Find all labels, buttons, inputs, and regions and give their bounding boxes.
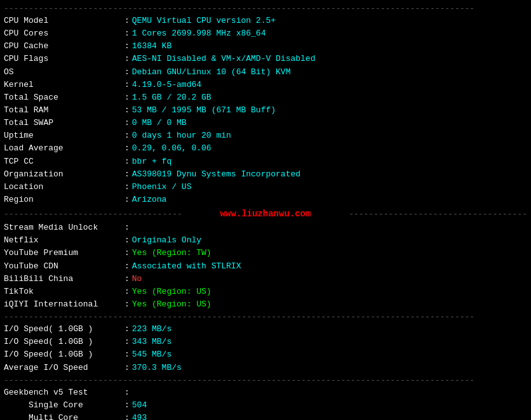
row-region: Region : Arizona [4, 194, 527, 206]
value-io1: 223 MB/s [132, 323, 171, 336]
value-cpu-flags: AES-NI Disabled & VM-x/AMD-V Disabled [132, 53, 316, 65]
colon-io-avg: : [124, 362, 130, 374]
value-region: Arizona [132, 194, 167, 206]
colon-total-space: : [124, 91, 130, 104]
row-stream-header: Stream Media Unlock : [4, 221, 527, 234]
label-geekbench-header: Geekbench v5 Test [4, 386, 124, 399]
label-region: Region [4, 194, 124, 206]
colon-netflix: : [124, 234, 130, 247]
value-bilibili: No [132, 273, 142, 285]
row-tiktok: TikTok : Yes (Region: US) [4, 285, 527, 298]
label-cpu-model: CPU Model [4, 15, 124, 27]
row-total-ram: Total RAM : 53 MB / 1995 MB (671 MB Buff… [4, 104, 527, 117]
value-total-swap: 0 MB / 0 MB [132, 117, 187, 129]
colon-location: : [124, 181, 130, 194]
label-io2: I/O Speed( 1.0GB ) [4, 336, 124, 348]
colon-yt-cdn: : [124, 260, 130, 273]
row-uptime: Uptime : 0 days 1 hour 20 min [4, 129, 527, 142]
row-multi-core: Multi Core : 493 [4, 412, 527, 420]
label-yt-premium: YouTube Premium [4, 247, 124, 259]
row-cpu-cores: CPU Cores : 1 Cores 2699.998 MHz x86_64 [4, 27, 527, 40]
watermark: www.liuzhanwu.com [182, 209, 349, 219]
colon-cpu-model: : [124, 15, 130, 27]
colon-stream-header: : [124, 221, 130, 234]
value-os: Debian GNU/Linux 10 (64 Bit) KVM [132, 66, 291, 79]
label-cpu-cores: CPU Cores [4, 27, 124, 40]
colon-geekbench-header: : [124, 386, 130, 399]
value-io-avg: 370.3 MB/s [132, 362, 182, 374]
divider-io-geekbench: ----------------------------------------… [4, 376, 527, 385]
row-iqiyi: iQIYI International : Yes (Region: US) [4, 298, 527, 311]
label-single-core: Single Core [4, 399, 124, 412]
colon-region: : [124, 194, 130, 206]
value-io3: 545 MB/s [132, 348, 171, 361]
label-bilibili: BiliBili China [4, 273, 124, 285]
value-tcp-cc: bbr + fq [132, 155, 171, 168]
value-tiktok: Yes (Region: US) [132, 285, 212, 298]
value-netflix: Originals Only [132, 234, 201, 247]
value-kernel: 4.19.0-5-amd64 [132, 79, 201, 91]
label-stream-header: Stream Media Unlock [4, 221, 124, 234]
label-netflix: Netflix [4, 234, 124, 247]
colon-total-ram: : [124, 104, 130, 117]
value-total-space: 1.5 GB / 20.2 GB [132, 91, 212, 104]
divider-top: ----------------------------------------… [4, 4, 527, 13]
label-load-avg: Load Average [4, 142, 124, 155]
row-single-core: Single Core : 504 [4, 399, 527, 412]
colon-os: : [124, 66, 130, 79]
row-tcp-cc: TCP CC : bbr + fq [4, 155, 527, 168]
label-organization: Organization [4, 168, 124, 181]
colon-cpu-cache: : [124, 40, 130, 53]
divider-left: ------------------------------------ [4, 209, 182, 219]
divider-media-io: ----------------------------------------… [4, 312, 527, 322]
label-iqiyi: iQIYI International [4, 298, 124, 311]
system-section: CPU Model : QEMU Virtual CPU version 2.5… [4, 15, 527, 206]
colon-iqiyi: : [124, 298, 130, 311]
row-io-avg: Average I/O Speed : 370.3 MB/s [4, 362, 527, 374]
value-cpu-cache: 16384 KB [132, 40, 171, 53]
value-yt-cdn: Associated with STLRIX [132, 260, 241, 273]
label-uptime: Uptime [4, 129, 124, 142]
colon-cpu-cores: : [124, 27, 130, 40]
colon-uptime: : [124, 129, 130, 142]
label-cpu-flags: CPU Flags [4, 53, 124, 65]
label-multi-core: Multi Core [4, 412, 124, 420]
value-total-ram: 53 MB / 1995 MB (671 MB Buff) [132, 104, 276, 117]
row-io2: I/O Speed( 1.0GB ) : 343 MB/s [4, 336, 527, 348]
label-io1: I/O Speed( 1.0GB ) [4, 323, 124, 336]
value-single-core: 504 [132, 399, 147, 412]
label-tcp-cc: TCP CC [4, 155, 124, 168]
colon-io3: : [124, 348, 130, 361]
label-location: Location [4, 181, 124, 194]
value-cpu-cores: 1 Cores 2699.998 MHz x86_64 [132, 27, 266, 40]
row-netflix: Netflix : Originals Only [4, 234, 527, 247]
label-kernel: Kernel [4, 79, 124, 91]
colon-yt-premium: : [124, 247, 130, 259]
label-total-ram: Total RAM [4, 104, 124, 117]
row-total-space: Total Space : 1.5 GB / 20.2 GB [4, 91, 527, 104]
value-io2: 343 MB/s [132, 336, 171, 348]
row-os: OS : Debian GNU/Linux 10 (64 Bit) KVM [4, 66, 527, 79]
colon-organization: : [124, 168, 130, 181]
row-kernel: Kernel : 4.19.0-5-amd64 [4, 79, 527, 91]
row-cpu-cache: CPU Cache : 16384 KB [4, 40, 527, 53]
label-cpu-cache: CPU Cache [4, 40, 124, 53]
value-cpu-model: QEMU Virtual CPU version 2.5+ [132, 15, 276, 27]
colon-bilibili: : [124, 273, 130, 285]
row-bilibili: BiliBili China : No [4, 273, 527, 285]
media-section: Stream Media Unlock : Netflix : Original… [4, 221, 527, 311]
value-yt-premium: Yes (Region: TW) [132, 247, 212, 259]
io-section: I/O Speed( 1.0GB ) : 223 MB/s I/O Speed(… [4, 323, 527, 374]
divider-right: ------------------------------------ [349, 209, 527, 219]
label-total-space: Total Space [4, 91, 124, 104]
row-cpu-model: CPU Model : QEMU Virtual CPU version 2.5… [4, 15, 527, 27]
row-geekbench-header: Geekbench v5 Test : [4, 386, 527, 399]
colon-io2: : [124, 336, 130, 348]
row-yt-cdn: YouTube CDN : Associated with STLRIX [4, 260, 527, 273]
label-tiktok: TikTok [4, 285, 124, 298]
label-total-swap: Total SWAP [4, 117, 124, 129]
row-location: Location : Phoenix / US [4, 181, 527, 194]
colon-total-swap: : [124, 117, 130, 129]
row-cpu-flags: CPU Flags : AES-NI Disabled & VM-x/AMD-V… [4, 53, 527, 65]
value-multi-core: 493 [132, 412, 147, 420]
